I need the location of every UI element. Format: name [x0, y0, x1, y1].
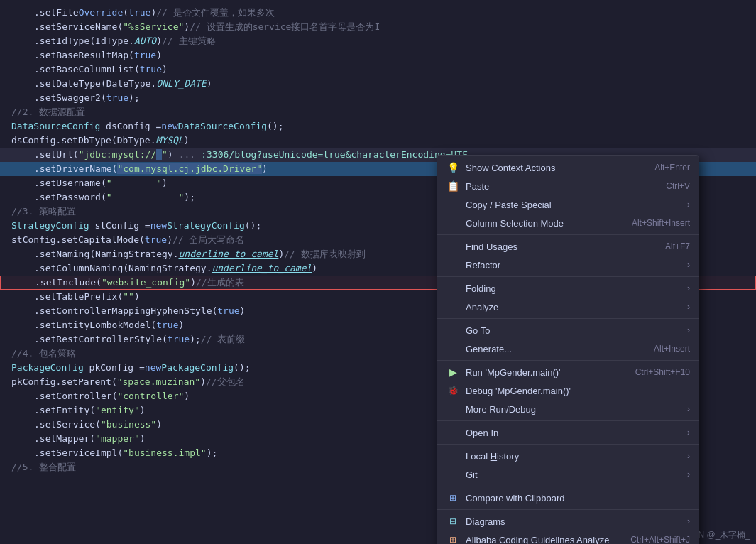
code-line-3: .setIdType(IdType.AUTO) // 主键策略 [0, 34, 756, 48]
context-menu: 💡 Show Context Actions Alt+Enter 📋 Paste… [437, 155, 699, 544]
menu-item-refactor[interactable]: Refactor › [437, 256, 699, 274]
separator-2 [437, 276, 699, 277]
bulb-icon: 💡 [446, 162, 460, 173]
code-line-6: .setDateType(DateType.ONLY_DATE) [0, 77, 756, 91]
menu-shortcut-find-usages: Alt+F7 [665, 241, 690, 251]
code-line-8: //2. 数据源配置 [0, 105, 756, 119]
code-line-4: .setBaseResultMap(true) [0, 48, 756, 62]
menu-shortcut-generate: Alt+Insert [654, 344, 690, 354]
menu-item-debug[interactable]: 🐞 Debug 'MpGender.main()' [437, 381, 699, 400]
separator-3 [437, 318, 699, 319]
menu-label-generate: Generate... [466, 344, 648, 354]
menu-item-open-in[interactable]: Open In › [437, 423, 699, 442]
menu-item-generate[interactable]: Generate... Alt+Insert [437, 339, 699, 358]
menu-label-show-context-actions: Show Context Actions [466, 163, 649, 173]
menu-item-show-context-actions[interactable]: 💡 Show Context Actions Alt+Enter [437, 158, 699, 177]
debug-icon: 🐞 [446, 386, 460, 396]
menu-shortcut-alibaba: Ctrl+Alt+Shift+J [630, 535, 690, 544]
menu-label-refactor: Refactor [466, 260, 684, 271]
paste-icon: 📋 [446, 180, 460, 192]
code-line-5: .setBaseColumnList(true) [0, 62, 756, 77]
separator-1 [437, 234, 699, 235]
menu-label-copy-paste-special: Copy / Paste Special [466, 200, 684, 210]
menu-label-compare-clipboard: Compare with Clipboard [466, 493, 690, 504]
arrow-icon-git: › [687, 469, 690, 479]
menu-item-git[interactable]: Git › [437, 465, 699, 484]
menu-label-go-to: Go To [466, 325, 684, 336]
menu-label-more-run-debug: More Run/Debug [466, 404, 684, 415]
menu-item-run[interactable]: ▶ Run 'MpGender.main()' Ctrl+Shift+F10 [437, 363, 699, 381]
code-line-10: dsConfig.setDbType(DbType.MYSQL) [0, 134, 756, 148]
menu-item-copy-paste-special[interactable]: Copy / Paste Special › [437, 195, 699, 214]
menu-item-more-run-debug[interactable]: More Run/Debug › [437, 400, 699, 418]
menu-shortcut-paste: Ctrl+V [666, 181, 690, 191]
menu-label-analyze: Analyze [466, 302, 684, 312]
run-icon: ▶ [446, 366, 460, 378]
menu-label-alibaba: Alibaba Coding Guidelines Analyze [466, 535, 625, 545]
code-line-1: .setFileOverride(true)// 是否文件覆盖，如果多次 [0, 6, 756, 20]
alibaba-icon: ⊞ [446, 535, 460, 544]
code-line-2: .setServiceName("%sService") // 设置生成的ser… [0, 20, 756, 34]
menu-label-folding: Folding [466, 283, 684, 294]
separator-4 [437, 360, 699, 361]
menu-shortcut-show-context-actions: Alt+Enter [654, 163, 690, 173]
arrow-icon-diagrams: › [687, 516, 690, 526]
code-line-7: .setSwagger2(true); [0, 91, 756, 105]
arrow-icon-refactor: › [687, 260, 690, 270]
compare-clipboard-icon: ⊞ [446, 493, 460, 503]
arrow-icon-folding: › [687, 283, 690, 293]
menu-item-local-history[interactable]: Local History › [437, 447, 699, 465]
arrow-icon-local-history: › [687, 451, 690, 461]
separator-6 [437, 444, 699, 445]
menu-shortcut-run: Ctrl+Shift+F10 [635, 367, 690, 377]
code-line-9: DataSourceConfig dsConfig = new DataSour… [0, 119, 756, 134]
diagrams-icon: ⊟ [446, 516, 460, 526]
arrow-icon-copy-paste: › [687, 200, 690, 210]
menu-label-debug: Debug 'MpGender.main()' [466, 386, 690, 396]
arrow-icon-analyze: › [687, 302, 690, 312]
menu-item-column-selection[interactable]: Column Selection Mode Alt+Shift+Insert [437, 214, 699, 232]
menu-label-git: Git [466, 469, 684, 480]
menu-label-local-history: Local History [466, 451, 684, 462]
menu-label-run: Run 'MpGender.main()' [466, 367, 630, 378]
arrow-icon-open-in: › [687, 428, 690, 437]
menu-label-find-usages: Find Usages [466, 241, 659, 252]
arrow-icon-more-run-debug: › [687, 404, 690, 414]
separator-8 [437, 509, 699, 510]
menu-item-diagrams[interactable]: ⊟ Diagrams › [437, 512, 699, 531]
menu-label-column-selection: Column Selection Mode [466, 218, 626, 229]
menu-item-find-usages[interactable]: Find Usages Alt+F7 [437, 237, 699, 256]
menu-label-open-in: Open In [466, 428, 684, 438]
menu-item-paste[interactable]: 📋 Paste Ctrl+V [437, 177, 699, 195]
menu-label-diagrams: Diagrams [466, 516, 684, 527]
menu-item-compare-clipboard[interactable]: ⊞ Compare with Clipboard [437, 489, 699, 507]
arrow-icon-goto: › [687, 325, 690, 335]
menu-item-alibaba[interactable]: ⊞ Alibaba Coding Guidelines Analyze Ctrl… [437, 531, 699, 544]
menu-shortcut-column-selection: Alt+Shift+Insert [632, 218, 690, 228]
menu-item-analyze[interactable]: Analyze › [437, 298, 699, 316]
separator-7 [437, 486, 699, 486]
menu-item-folding[interactable]: Folding › [437, 279, 699, 298]
menu-item-go-to[interactable]: Go To › [437, 321, 699, 339]
menu-label-paste: Paste [466, 181, 660, 192]
separator-5 [437, 420, 699, 421]
